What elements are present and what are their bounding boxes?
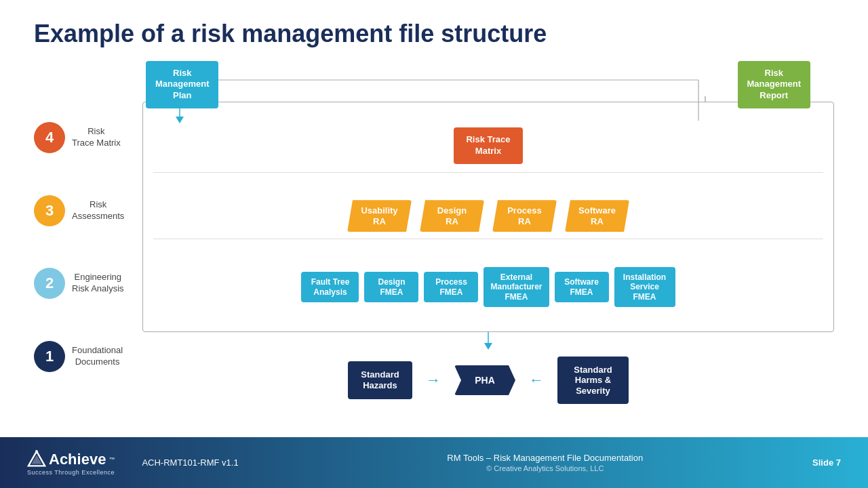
page-title: Example of a risk management file struct…: [34, 20, 834, 47]
found-harms: StandardHarms &Severity: [557, 357, 629, 405]
footer-bar: Achieve ™ Success Through Excellence ACH…: [0, 437, 868, 488]
era-row: Fault TreeAnalysis DesignFMEA ProcessFME…: [153, 260, 823, 314]
report-box: RiskManagementReport: [738, 61, 810, 109]
level-circle-4: 4: [34, 122, 65, 153]
level-circle-3: 3: [34, 195, 65, 226]
footer-title: RM Tools – Risk Management File Document…: [447, 453, 643, 463]
svg-point-13: [35, 450, 38, 453]
ra-design: DesignRA: [420, 200, 484, 232]
era-ext-fmea: ExternalManufacturerFMEA: [484, 267, 549, 307]
ra-process: ProcessRA: [492, 200, 557, 232]
era-design-fmea: DesignFMEA: [364, 272, 418, 302]
found-pha: PHA: [454, 365, 515, 395]
level-label-1: FoundationalDocuments: [72, 345, 123, 368]
ra-software: SoftwareRA: [565, 200, 629, 232]
plan-box: RiskManagementPlan: [146, 61, 218, 109]
era-fta: Fault TreeAnalysis: [301, 272, 359, 302]
level-label-3: RiskAssessments: [72, 199, 124, 222]
diagram-box: Risk TraceMatrix UsabilityRA DesignRA Pr…: [142, 102, 834, 332]
labels-column: 4 RiskTrace Matrix 3 RiskAssessments 2 E…: [34, 102, 142, 393]
achieve-logo-icon: [27, 450, 46, 469]
footer-slide-num: Slide 7: [812, 458, 841, 468]
logo-tagline: Success Through Excellence: [27, 469, 115, 476]
footer-copyright: © Creative Analytics Solutions, LLC: [486, 464, 604, 472]
svg-marker-6: [484, 343, 492, 350]
ra-row: UsabilityRA DesignRA ProcessRA SoftwareR…: [153, 193, 823, 239]
era-process-fmea: ProcessFMEA: [424, 272, 478, 302]
level-label-2: EngineeringRisk Analysis: [72, 272, 124, 295]
level-row-2: 2 EngineeringRisk Analysis: [34, 268, 136, 299]
level-circle-1: 1: [34, 341, 65, 372]
logo-achieve: Achieve ™: [27, 450, 115, 469]
footer-logo: Achieve ™ Success Through Excellence: [27, 450, 115, 476]
era-software-fmea: SoftwareFMEA: [555, 272, 609, 302]
footer-center: RM Tools – Risk Management File Document…: [277, 453, 812, 472]
level-row-3: 3 RiskAssessments: [34, 195, 136, 226]
foundational-row: StandardHazards → PHA ← StandardHarms &S…: [142, 357, 834, 405]
level-circle-2: 2: [34, 268, 65, 299]
level-row-1: 1 FoundationalDocuments: [34, 341, 136, 372]
found-hazards: StandardHazards: [348, 361, 412, 399]
rtm-tag: Risk TraceMatrix: [454, 127, 522, 164]
level-row-4: 4 RiskTrace Matrix: [34, 122, 136, 153]
ra-usability: UsabilityRA: [347, 200, 412, 232]
level-label-4: RiskTrace Matrix: [72, 126, 121, 149]
arrow-hazards-to-pha: →: [426, 371, 441, 389]
era-to-found-arrow: [481, 332, 495, 351]
era-install-fmea: InstallationServiceFMEA: [614, 267, 675, 307]
footer-doc-id: ACH-RMT101-RMF v1.1: [142, 458, 277, 468]
arrow-harms-to-pha: ←: [529, 371, 544, 389]
rtm-row: Risk TraceMatrix: [153, 119, 823, 173]
